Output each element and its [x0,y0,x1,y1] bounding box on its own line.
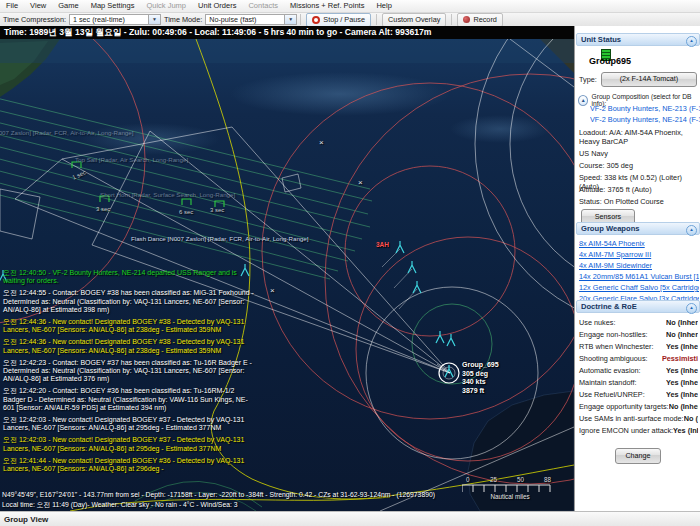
composition-link-ne213[interactable]: VF-2 Bounty Hunters, NE-213 (F-14A Ton [590,104,700,113]
view-mode-text: Group View [4,515,48,524]
collapse-chevron-icon[interactable]: ▲ [686,36,697,47]
stop-pause-button[interactable]: Stop / Pause [306,13,371,27]
reference-point-x[interactable]: × [319,138,324,147]
collapse-chevron-icon[interactable]: ▲ [686,225,697,236]
time-status-text: Time: 1989년 3월 13일 월요일 - Zulu: 00:49:06 … [4,27,431,37]
doctrine-title: Doctrine & RoE [581,302,637,311]
reference-point-x[interactable]: × [270,286,275,295]
weapon-link[interactable]: 8x AIM-54A Phoenix [579,239,699,248]
speed-tag: 6 sec [179,209,193,215]
speed-tag: 3 sec [96,206,110,212]
scale-ticks-graphic [462,484,554,492]
doctrine-value: Pessimisti [662,354,698,363]
menu-unit-orders[interactable]: Unit Orders [192,0,242,12]
doctrine-value: Yes (Inhe [673,426,698,435]
doctrine-roe-panel: Doctrine & RoE ▲ Use nukes:No (Inher Eng… [575,300,700,313]
map-view[interactable]: Flash Dance [N007 Zaslon] [Radar, FCR, A… [0,39,574,511]
altitude-text: Altitude: 3765 ft (Auto) [579,185,698,194]
side-text: US Navy [579,149,698,158]
doctrine-label: Use SAMs in anti-surface mode: [579,414,684,423]
weapon-link[interactable]: 4x AIM-7M Sparrow III [579,250,699,259]
stop-pause-label: Stop / Pause [323,15,365,24]
log-message: 오전 12:41:44 - New contact! Designated BO… [3,457,257,473]
doctrine-value: Yes (Inhe [666,390,698,399]
unit-status-header: Unit Status ▲ [576,33,700,46]
doctrine-label: RTB when Winchester: [579,342,653,351]
selected-unit-group-695[interactable] [437,363,459,383]
time-status-bar: Time: 1989년 3월 13일 월요일 - Zulu: 00:49:06 … [0,26,574,39]
speed-tag: 3 sec [210,207,224,213]
time-mode-value: No-pulse (fast) [209,15,256,24]
time-compression-label: Time Compression: [3,15,66,24]
unit-name: Group_695 [462,361,499,370]
record-button[interactable]: Record [457,13,503,27]
type-label: Type: [579,75,597,84]
menu-game[interactable]: Game [52,0,84,12]
menu-contacts: Contacts [242,0,284,12]
scale-caption: Nautical miles [460,493,560,500]
custom-overlay-button[interactable]: Custom Overlay [382,13,446,27]
course-text: Course: 305 deg [579,161,698,170]
custom-overlay-label: Custom Overlay [388,15,440,24]
doctrine-value: No (Inher [666,318,698,327]
hostile-contact-tag[interactable]: 3AH [376,241,389,248]
group-weapons-header: Group Weapons ▲ [576,222,700,235]
group-weapons-title: Group Weapons [581,224,640,233]
doctrine-label: Automatic evasion: [579,366,641,375]
doctrine-label: Shooting ambiguous: [579,354,648,363]
composition-toggle-icon[interactable]: ▲ [578,95,588,106]
menu-map-settings[interactable]: Map Settings [85,0,141,12]
sensor-label-short-horn: Short Horn [Radar, Surface Search, Long-… [100,191,235,198]
selected-unit-label: Group_695 305 deg 340 kts 3879 ft [462,361,499,395]
dropdown-arrow-icon[interactable]: ▼ [284,15,296,24]
menu-view[interactable]: View [24,0,52,12]
doctrine-label: Use Refuel/UNREP: [579,390,645,399]
log-message: 오전 12:44:36 - New contact! Designated BO… [3,318,257,334]
sensor-label-flash-dance-partial: Flash Dance [N007 Zaslon] [Radar, FCR, A… [0,129,133,136]
menu-help[interactable]: Help [370,0,397,12]
scale-tick-label: 88 [544,476,551,483]
sensor-label-top-sail: Top Sail [Radar, Air Search, Long-Range] [75,156,188,163]
esm-bearing-lines [0,94,372,279]
type-button[interactable]: (2x F-14A Tomcat) [601,72,697,87]
record-icon [463,16,470,23]
dropdown-arrow-icon[interactable]: ▼ [148,15,160,24]
log-message: 오전 12:42:23 - Contact: BOGEY #37 has bee… [3,359,257,384]
menu-quick-jump: Quick Jump [140,0,192,12]
log-message: 오전 12:40:50 - VF-2 Bounty Hunters, NE-21… [3,269,257,285]
change-button[interactable]: Change [615,448,661,464]
menu-file[interactable]: File [0,0,24,12]
menu-missions-ref-points[interactable]: Missions + Ref. Points [284,0,370,12]
status-bar: Group View [0,511,700,526]
weapon-link[interactable]: 14x 20mm/85 M61A1 Vulcan Burst [1... [579,272,699,281]
doctrine-label: Engage opportunity targets: [579,402,669,411]
scale-tick-label: 0 [466,476,470,483]
map-scale-bar: 0 25 50 88 Nautical miles [460,483,560,500]
doctrine-value: Yes (Inhe [666,342,698,351]
doctrine-label: Use nukes: [579,318,616,327]
status-text: Status: On Plotted Course [579,197,698,206]
doctrine-value: No (Inher [684,414,698,423]
doctrine-value: No (Inher [666,330,698,339]
unit-altitude: 3879 ft [462,387,499,396]
reference-point-x[interactable]: × [358,178,363,187]
doctrine-label: Engage non-hostiles: [579,330,648,339]
weapon-link[interactable]: 4x AIM-9M Sidewinder [579,261,699,270]
log-message: 오전 12:42:20 - Contact: BOGEY #36 has bee… [3,387,257,412]
toolbar-separator [300,14,301,25]
toolbar-separator [376,14,377,25]
menu-bar: File View Game Map Settings Quick Jump U… [0,0,700,13]
app-window: File View Game Map Settings Quick Jump U… [0,0,700,526]
composition-link-ne214[interactable]: VF-2 Bounty Hunters, NE-214 (F-14A Ton [590,115,700,124]
time-mode-select[interactable]: No-pulse (fast) ▼ [205,14,297,25]
stop-icon [312,16,320,24]
loadout-text: Loadout: A/A: AIM-54A Phoenix, Heavy Bar… [579,128,698,146]
sensor-label-flash-dance: Flash Dance [N007 Zaslon] [Radar, FCR, A… [131,235,308,242]
doctrine-label: Maintain standoff: [579,378,636,387]
group-name: Group695 [589,56,631,66]
time-compression-select[interactable]: 1 sec (real-time) ▼ [69,14,161,25]
log-message: 오전 12:44:55 - Contact: BOGEY #38 has bee… [3,289,257,314]
collapse-chevron-icon[interactable]: ▲ [686,303,697,314]
weapon-link[interactable]: 12x Generic Chaff Salvo [5x Cartridges] [579,283,699,292]
doctrine-value: Yes (Inhe [666,366,698,375]
